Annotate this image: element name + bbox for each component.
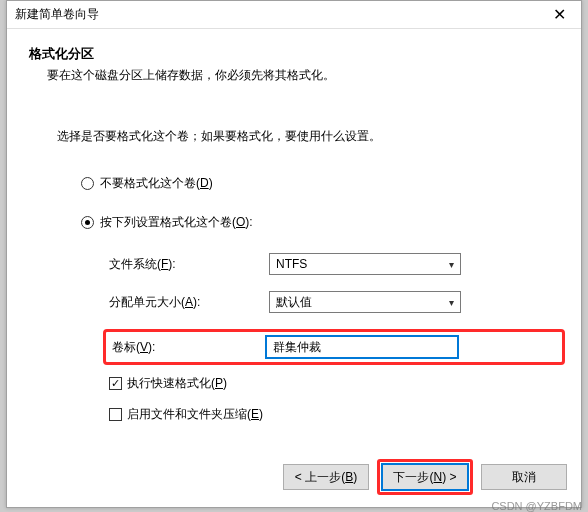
checkbox-icon [109, 377, 122, 390]
checkbox-quick-format[interactable]: 执行快速格式化(P) [109, 375, 559, 392]
filesystem-label: 文件系统(F): [109, 256, 269, 273]
section-title: 格式化分区 [29, 45, 559, 63]
radio-format-label: 按下列设置格式化这个卷(O): [100, 214, 253, 231]
volume-label-value: 群集仲裁 [273, 339, 321, 356]
chevron-down-icon: ▾ [449, 297, 454, 308]
radio-no-format-label: 不要格式化这个卷(D) [100, 175, 213, 192]
radio-format[interactable]: 按下列设置格式化这个卷(O): [81, 214, 559, 231]
compress-label: 启用文件和文件夹压缩(E) [127, 406, 263, 423]
radio-no-format[interactable]: 不要格式化这个卷(D) [81, 175, 559, 192]
next-button-highlight: 下一步(N) > [377, 459, 473, 495]
alloc-label: 分配单元大小(A): [109, 294, 269, 311]
checkbox-compress[interactable]: 启用文件和文件夹压缩(E) [109, 406, 559, 423]
filesystem-select[interactable]: NTFS ▾ [269, 253, 461, 275]
window-title: 新建简单卷向导 [15, 6, 99, 23]
section-desc: 要在这个磁盘分区上储存数据，你必须先将其格式化。 [47, 67, 559, 84]
row-alloc: 分配单元大小(A): 默认值 ▾ [109, 291, 559, 313]
chevron-down-icon: ▾ [449, 259, 454, 270]
quick-format-label: 执行快速格式化(P) [127, 375, 227, 392]
cancel-button[interactable]: 取消 [481, 464, 567, 490]
watermark: CSDN @YZBFDM [491, 500, 582, 512]
options-group: 不要格式化这个卷(D) 按下列设置格式化这个卷(O): 文件系统(F): NTF… [81, 175, 559, 423]
radio-icon [81, 177, 94, 190]
content-area: 格式化分区 要在这个磁盘分区上储存数据，你必须先将其格式化。 选择是否要格式化这… [7, 29, 581, 445]
volume-label-input[interactable]: 群集仲裁 [266, 336, 458, 358]
footer-buttons: < 上一步(B) 下一步(N) > 取消 [283, 459, 567, 495]
back-button[interactable]: < 上一步(B) [283, 464, 369, 490]
row-filesystem: 文件系统(F): NTFS ▾ [109, 253, 559, 275]
alloc-value: 默认值 [276, 294, 312, 311]
alloc-select[interactable]: 默认值 ▾ [269, 291, 461, 313]
titlebar: 新建简单卷向导 ✕ [7, 1, 581, 29]
row-volume-label-highlight: 卷标(V): 群集仲裁 [103, 329, 565, 365]
close-icon[interactable]: ✕ [539, 1, 579, 29]
next-button[interactable]: 下一步(N) > [382, 464, 468, 490]
wizard-window: 新建简单卷向导 ✕ 格式化分区 要在这个磁盘分区上储存数据，你必须先将其格式化。… [6, 0, 582, 508]
instruction-text: 选择是否要格式化这个卷；如果要格式化，要使用什么设置。 [57, 128, 559, 145]
filesystem-value: NTFS [276, 257, 307, 271]
format-settings: 文件系统(F): NTFS ▾ 分配单元大小(A): 默认值 ▾ [109, 253, 559, 423]
volume-label-label: 卷标(V): [106, 339, 266, 356]
checkbox-icon [109, 408, 122, 421]
radio-icon [81, 216, 94, 229]
